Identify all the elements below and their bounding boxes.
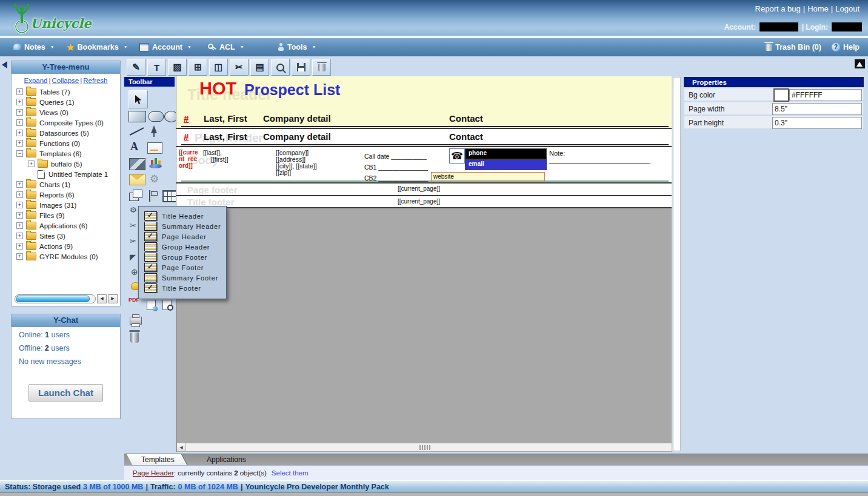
- tree-item-sites[interactable]: +Sites (3): [12, 231, 120, 241]
- menu-item-summary-header[interactable]: Summary Header: [144, 221, 224, 231]
- col-contact[interactable]: Contact: [449, 113, 483, 124]
- part-checkbox-icon[interactable]: ✓: [144, 232, 157, 241]
- tree-item-views[interactable]: +Views (0): [12, 107, 120, 117]
- text-label-tool[interactable]: A: [130, 141, 138, 153]
- report-bug-link[interactable]: Report a bug: [755, 4, 801, 13]
- expander-icon[interactable]: +: [16, 130, 23, 136]
- part-checkbox-icon[interactable]: ✓: [144, 263, 157, 272]
- menu-item-title-footer[interactable]: ✓Title Footer: [144, 283, 224, 293]
- image-tool-button[interactable]: ▨: [168, 59, 187, 76]
- menu-tools[interactable]: Tools: [278, 38, 316, 56]
- cb1-line[interactable]: CB1 ______________: [364, 162, 428, 173]
- select-cursor-tool[interactable]: [129, 90, 148, 108]
- menu-item-page-footer[interactable]: ✓Page Footer: [144, 262, 224, 273]
- edit-tool-button[interactable]: ✎: [127, 59, 145, 76]
- collapse-link[interactable]: Collapse: [52, 77, 79, 84]
- chart-insert-tool[interactable]: [149, 156, 163, 168]
- col-company-detail[interactable]: Company detail: [263, 131, 331, 142]
- menu-item-summary-footer[interactable]: Summary Footer: [144, 273, 224, 283]
- cut-part-tool-2[interactable]: ✂: [130, 237, 136, 246]
- tree-item-datasources[interactable]: +Datasources (5): [12, 128, 120, 138]
- email-field[interactable]: email: [465, 159, 547, 170]
- search-tool-button[interactable]: [271, 59, 290, 76]
- table-tool-button[interactable]: ⊞: [189, 59, 207, 76]
- expand-link[interactable]: Expand: [24, 77, 47, 84]
- current-page-field[interactable]: [[current_page]]: [398, 185, 440, 192]
- duplicate-tool[interactable]: [129, 190, 143, 201]
- address-fields[interactable]: [[company]] [[address]] [[city]], [[stat…: [276, 150, 317, 176]
- col-last-first[interactable]: Last, First: [204, 131, 247, 142]
- menu-item-group-header[interactable]: Group Header: [144, 242, 224, 252]
- cb2-line[interactable]: CB2 ______________: [364, 173, 428, 184]
- parts-menu-tool[interactable]: ⚙: [130, 205, 137, 214]
- menu-item-title-header[interactable]: ✓Title Header: [144, 211, 224, 221]
- note-label[interactable]: Note:: [549, 150, 565, 157]
- columns-tool-button[interactable]: ◫: [209, 59, 228, 76]
- expander-icon[interactable]: +: [28, 160, 35, 167]
- cut-part-tool[interactable]: ✂: [130, 221, 136, 230]
- line-tool[interactable]: [129, 127, 145, 136]
- phone-field[interactable]: phone: [465, 148, 547, 159]
- tree-item-functions[interactable]: +Functions (0): [12, 138, 120, 148]
- col-company-detail[interactable]: Company detail: [263, 113, 331, 124]
- image-insert-tool[interactable]: [129, 158, 145, 170]
- tree-item-untitled-template[interactable]: Untitled Template 1: [12, 169, 120, 179]
- color-swatch[interactable]: [773, 88, 789, 102]
- tree-item-actions[interactable]: +Actions (9): [12, 241, 120, 251]
- expander-icon[interactable]: +: [16, 181, 23, 188]
- cut-tool-button[interactable]: ✂: [230, 59, 249, 76]
- title-footer-band[interactable]: Title footer [[current_page]]: [176, 196, 672, 208]
- page-footer-band[interactable]: Page footer [[current_page]]: [176, 184, 672, 196]
- menu-notes[interactable]: Notes: [13, 38, 55, 56]
- delete-tool-button[interactable]: [312, 59, 331, 76]
- tree-item-charts[interactable]: +Charts (1): [12, 179, 120, 190]
- expander-icon[interactable]: +: [16, 140, 23, 147]
- publish-tool[interactable]: [147, 300, 156, 310]
- current-record-field[interactable]: [[current_record]]: [179, 149, 201, 169]
- tree-item-images[interactable]: +Images (31): [12, 200, 120, 210]
- title-header-band[interactable]: Title header HOT Prospect List # Last, F…: [176, 76, 672, 129]
- preview-tool[interactable]: [162, 300, 172, 310]
- scroll-left-icon[interactable]: [177, 443, 186, 451]
- scroll-left-icon[interactable]: [97, 294, 107, 303]
- scrollbar-thumb[interactable]: [16, 296, 90, 302]
- zip-field[interactable]: [[zip]]: [276, 170, 317, 176]
- select-them-link[interactable]: Select them: [272, 469, 309, 477]
- tab-applications[interactable]: Applications: [207, 454, 246, 466]
- rectangle-tool[interactable]: [129, 111, 146, 122]
- menu-acl[interactable]: ACL: [207, 38, 244, 56]
- sidebar-collapse-arrow-icon[interactable]: [2, 61, 7, 68]
- tree-item-queries[interactable]: +Queries (1): [12, 97, 120, 107]
- prospect-list-title[interactable]: Prospect List: [244, 81, 340, 99]
- expander-icon[interactable]: +: [16, 253, 23, 260]
- menu-account[interactable]: Account: [139, 38, 192, 56]
- col-last-first[interactable]: Last, First: [204, 113, 247, 124]
- expander-icon[interactable]: +: [16, 119, 23, 126]
- call-date-line[interactable]: Call date __________: [364, 151, 428, 162]
- expander-icon[interactable]: +: [16, 191, 23, 198]
- corner-tool[interactable]: ◤: [130, 253, 136, 262]
- expander-icon[interactable]: +: [16, 212, 23, 219]
- text-tool-button[interactable]: T: [147, 59, 166, 76]
- zoom-tool[interactable]: ⊕: [131, 267, 138, 277]
- delete-part-tool[interactable]: [130, 332, 139, 343]
- part-checkbox-icon[interactable]: [144, 253, 157, 262]
- menu-bookmarks[interactable]: Bookmarks: [67, 38, 128, 56]
- tab-templates-label[interactable]: Templates: [141, 454, 175, 466]
- expander-icon[interactable]: +: [16, 99, 23, 105]
- hot-label[interactable]: HOT: [199, 79, 236, 99]
- current-page-field[interactable]: [[current_page]]: [398, 198, 440, 205]
- help-button[interactable]: Help: [832, 38, 860, 56]
- col-number[interactable]: #: [184, 131, 189, 142]
- expander-icon[interactable]: +: [16, 222, 23, 229]
- scrollbar-grip[interactable]: [419, 445, 430, 450]
- tree-item-gyre-modules[interactable]: +GYRE Modules (0): [12, 251, 120, 262]
- expander-icon[interactable]: +: [16, 109, 23, 116]
- scroll-right-icon[interactable]: [108, 294, 118, 303]
- mail-merge-tool[interactable]: [129, 174, 145, 185]
- tree-item-reports[interactable]: +Reports (6): [12, 190, 120, 200]
- part-height-input[interactable]: [772, 117, 862, 129]
- telephone-icon[interactable]: ☎: [449, 148, 465, 164]
- call-fields[interactable]: Call date __________ CB1 ______________ …: [364, 151, 428, 184]
- expander-icon[interactable]: +: [16, 233, 23, 239]
